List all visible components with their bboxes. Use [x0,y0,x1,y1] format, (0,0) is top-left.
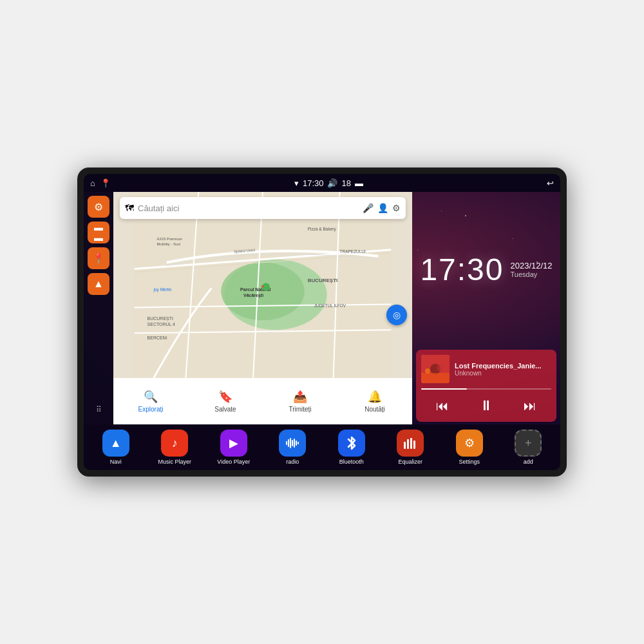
equalizer-icon-bg [397,430,424,457]
explore-label: Explorați [138,406,164,413]
svg-text:SECTORUL 4: SECTORUL 4 [147,322,175,327]
app-add[interactable]: + add [500,430,557,465]
svg-rect-43 [410,438,412,439]
send-icon: 📤 [293,390,307,404]
battery-icon: ▬ [355,178,363,188]
app-video-player[interactable]: ▶ Video Player [205,430,262,465]
album-art [421,355,450,383]
map-nav-saved[interactable]: 🔖 Salvate [188,390,263,413]
add-label: add [524,459,533,465]
svg-point-28 [425,368,430,374]
music-controls: ⏮ ⏸ ⏭ [421,395,551,417]
car-head-unit: ⌂ 📍 ▾ 17:30 🔊 18 ▬ ↩ [77,167,567,477]
nav-arrow-icon: ▲ [93,278,104,290]
map-search-bar[interactable]: 🗺 Căutați aici 🎤 👤 ⚙ [120,197,406,219]
saved-icon: 🔖 [218,390,232,404]
bluetooth-icon-bg [338,430,365,457]
explore-icon: 🔍 [144,390,158,404]
navi-label: Navi [110,459,122,465]
music-info-row: Lost Frequencies_Janie... Unknown [421,355,551,383]
video-icon: ▶ [229,436,238,450]
svg-text:Pizza & Bakery: Pizza & Bakery [308,227,337,232]
music-icon: ♪ [172,437,178,450]
svg-text:AXIS Premium: AXIS Premium [157,237,182,241]
location-fab[interactable]: ◎ [386,305,407,325]
app-bluetooth[interactable]: Bluetooth [323,430,380,465]
pause-button[interactable]: ⏸ [477,395,496,417]
music-progress-bar[interactable] [421,388,551,390]
svg-rect-33 [292,440,293,446]
status-bar: ⌂ 📍 ▾ 17:30 🔊 18 ▬ ↩ [84,174,560,192]
settings-icon: ⚙ [94,201,103,213]
svg-text:BUCUREȘTI: BUCUREȘTI [308,278,338,283]
status-right: ↩ [547,178,554,188]
sidebar-nav-btn[interactable]: ▲ [88,273,109,295]
app-music-player[interactable]: ♪ Music Player [147,430,204,465]
svg-text:JUDEȚUL ILFOV: JUDEȚUL ILFOV [314,303,346,308]
svg-rect-32 [290,438,291,448]
status-left: ⌂ 📍 [90,178,111,188]
add-icon-bg: + [515,430,542,457]
app-grid: ▲ Navi ♪ Music Player ▶ Video Player [84,424,560,470]
battery-level: 18 [341,178,350,188]
screen: ⌂ 📍 ▾ 17:30 🔊 18 ▬ ↩ [84,174,560,470]
sidebar: ⚙ ▬▬ 📍 ▲ ⠿ [84,192,113,424]
app-settings[interactable]: ⚙ Settings [441,430,498,465]
location-arrow-icon: ◎ [393,310,401,320]
voice-search-icon[interactable]: 🎤 [363,203,374,213]
apps-grid-icon: ⠿ [96,405,102,414]
map-nav-explore[interactable]: 🔍 Explorați [113,390,188,413]
saved-label: Salvate [214,406,236,413]
sidebar-map-btn[interactable]: 📍 [88,247,109,269]
account-icon[interactable]: 👤 [377,203,388,213]
google-maps-icon: 🗺 [125,203,134,213]
svg-rect-35 [296,440,297,446]
main-area: ⚙ ▬▬ 📍 ▲ ⠿ [84,192,560,424]
prev-track-button[interactable]: ⏮ [433,396,451,416]
next-track-button[interactable]: ⏭ [521,396,539,416]
back-icon[interactable]: ↩ [547,178,554,188]
status-time: 17:30 [303,178,324,188]
wifi-icon: ▾ [294,178,299,188]
right-panel: 17:30 2023/12/12 Tuesday [412,192,560,424]
search-placeholder: Căutați aici [138,204,359,213]
video-player-label: Video Player [217,459,250,465]
radio-label: radio [286,459,299,465]
svg-rect-27 [421,373,450,383]
map-visual: Parcul Natural Văcărești BUCUREȘTI JUDEȚ… [113,192,412,378]
sidebar-apps-btn[interactable]: ⠿ [88,399,109,421]
svg-rect-34 [294,439,295,448]
svg-rect-42 [407,439,409,440]
clock-time: 17:30 [420,252,504,287]
bluetooth-label: Bluetooth [339,459,364,465]
music-player: Lost Frequencies_Janie... Unknown ⏮ ⏸ ⏭ [416,350,556,422]
map-status-icon[interactable]: 📍 [100,178,111,188]
svg-text:📍: 📍 [260,285,266,290]
svg-text:joy Merlin: joy Merlin [153,287,172,292]
home-icon[interactable]: ⌂ [90,178,95,188]
files-icon: ▬▬ [94,222,103,243]
svg-rect-37 [404,442,406,449]
svg-text:TRAPEZULUI: TRAPEZULUI [340,249,366,254]
map-nav-send[interactable]: 📤 Trimiteți [263,390,337,413]
music-player-label: Music Player [158,459,191,465]
sidebar-settings-btn[interactable]: ⚙ [88,196,109,218]
map-nav-news[interactable]: 🔔 Noutăți [337,390,412,413]
music-artist: Unknown [455,370,551,377]
music-title: Lost Frequencies_Janie... [455,362,551,370]
navi-icon-bg: ▲ [102,430,129,457]
svg-text:Văcărești: Văcărești [243,293,263,298]
map-search-actions: 🎤 👤 ⚙ [363,203,401,213]
svg-rect-31 [288,439,289,447]
bluetooth-icon [345,436,358,450]
app-radio[interactable]: radio [265,430,321,465]
sidebar-files-btn[interactable]: ▬▬ [88,222,109,243]
clock-date: 2023/12/12 Tuesday [511,261,553,278]
more-options-icon[interactable]: ⚙ [392,203,401,213]
app-equalizer[interactable]: Equalizer [383,430,439,465]
map-container[interactable]: Parcul Natural Văcărești BUCUREȘTI JUDEȚ… [113,192,412,378]
clock-section: 17:30 2023/12/12 Tuesday [412,192,560,347]
map-bottom-nav: 🔍 Explorați 🔖 Salvate 📤 Trimiteți 🔔 Nout… [113,378,412,424]
send-label: Trimiteți [289,406,311,413]
app-navi[interactable]: ▲ Navi [88,430,144,465]
